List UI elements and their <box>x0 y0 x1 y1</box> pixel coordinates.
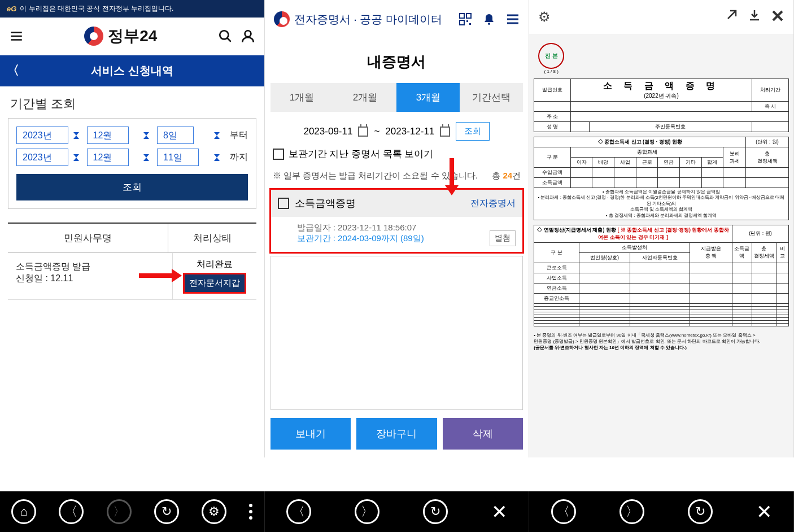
tilde: ~ <box>374 126 379 137</box>
share-icon[interactable] <box>726 9 738 21</box>
from-label: 부터 <box>230 129 248 141</box>
pane-document: ⚙ 진 본 ( 1 / 8 ) 발급번호 소 득 금 액 증 명(2022년 귀… <box>529 0 794 457</box>
svg-rect-3 <box>466 14 471 18</box>
arrow-annotation-icon <box>139 273 173 278</box>
nav-close-icon[interactable]: ✕ <box>491 500 507 523</box>
nav-back-icon[interactable]: 〈 <box>551 499 576 524</box>
user-icon[interactable] <box>241 29 255 43</box>
gear-icon[interactable]: ⚙ <box>538 9 551 25</box>
cart-button[interactable]: 장바구니 <box>356 418 437 450</box>
nav-back-icon[interactable]: 〈 <box>59 499 84 524</box>
logo[interactable]: 정부24 <box>84 25 157 47</box>
nav-back-icon[interactable]: 〈 <box>286 499 311 524</box>
gov-banner: eG 이 누리집은 대한민국 공식 전자정부 누리집입니다. <box>0 0 264 18</box>
svg-point-0 <box>220 30 228 39</box>
query-button[interactable]: 조회 <box>16 174 248 200</box>
list-empty-area <box>271 256 523 410</box>
doc-footnote: • 본 증명의 위·변조 여부는 발급일로부터 90일 이내「국세청 홈택스(w… <box>534 332 789 351</box>
svg-rect-2 <box>460 14 464 18</box>
header: 정부24 <box>0 18 264 55</box>
cert-item[interactable]: 소득금액증명 전자증명서 발급일자 : 2023-12-11 18:56:07 … <box>269 188 525 254</box>
gov-logo-icon <box>274 11 290 27</box>
nav-settings-icon[interactable]: ⚙ <box>202 499 226 524</box>
row-service-name: 소득금액증명 발급 <box>16 261 164 273</box>
banner-text: 이 누리집은 대한민국 공식 전자정부 누리집입니다. <box>20 4 173 14</box>
logo2[interactable]: 전자증명서 · 공공 마이데이터 <box>274 11 442 27</box>
nav-close-icon[interactable]: ✕ <box>756 500 772 523</box>
logo-text: 정부24 <box>108 25 157 47</box>
from-year-select[interactable]: 2023년 <box>16 127 68 144</box>
note-row: ※ 일부 증명서는 발급 처리기간이 소요될 수 있습니다. 총 24건 <box>265 166 529 186</box>
bell-icon[interactable] <box>482 12 496 26</box>
tab-3month[interactable]: 3개월 <box>396 83 460 112</box>
qr-icon[interactable] <box>459 12 472 26</box>
to-day-select[interactable]: 11일 <box>157 149 199 166</box>
nav-more-icon[interactable] <box>249 504 252 520</box>
eg-badge: eG <box>7 5 16 13</box>
checkbox-icon[interactable] <box>273 149 284 160</box>
arrow-annotation-icon <box>450 158 454 186</box>
back-icon[interactable]: 〈 <box>7 62 19 79</box>
date-range: 2023-09-11 ~ 2023-12-11 조회 <box>265 112 529 147</box>
calendar-icon[interactable] <box>358 127 368 137</box>
nav-forward-icon[interactable]: 〉 <box>107 499 132 524</box>
document-viewer[interactable]: 진 본 ( 1 / 8 ) 발급번호 소 득 금 액 증 명(2022년 귀속)… <box>529 34 793 457</box>
calendar-icon[interactable] <box>440 127 450 137</box>
delete-button[interactable]: 삭제 <box>443 418 523 450</box>
cert-name: 소득금액증명 <box>295 197 465 210</box>
svg-rect-4 <box>460 20 464 25</box>
nav-reload-icon[interactable]: ↻ <box>154 499 179 524</box>
tab-1month[interactable]: 1개월 <box>271 83 334 112</box>
note-text: ※ 일부 증명서는 발급 처리기간이 소요될 수 있습니다. <box>273 171 478 181</box>
pane-gov24: eG 이 누리집은 대한민국 공식 전자정부 누리집입니다. 정부24 〈 서비… <box>0 0 265 457</box>
pane-cert: 전자증명서 · 공공 마이데이터 내증명서 1개월 2개월 3개월 기간선택 2… <box>265 0 530 457</box>
logo2-text: 전자증명서 · 공공 마이데이터 <box>294 12 442 27</box>
tab-2month[interactable]: 2개월 <box>334 83 397 112</box>
range-query-button[interactable]: 조회 <box>456 122 490 141</box>
th-service: 민원사무명 <box>8 224 168 252</box>
nav-forward-icon[interactable]: 〉 <box>355 499 379 524</box>
send-button[interactable]: 보내기 <box>271 418 351 450</box>
search-icon[interactable] <box>218 29 233 43</box>
range-to: 2023-12-11 <box>385 126 434 137</box>
item-checkbox-icon[interactable] <box>278 198 289 209</box>
action-bar: 보내기 장바구니 삭제 <box>265 410 529 457</box>
to-year-select[interactable]: 2023년 <box>16 149 68 166</box>
nav-reload-icon[interactable]: ↻ <box>688 499 713 524</box>
doc-section1-table: ◇ 종합소득세 신고 (결정 · 경정) 현황(단위 : 원) 구 분종합과세분… <box>534 137 789 220</box>
total-count: 24 <box>503 171 513 180</box>
svg-rect-6 <box>469 23 471 25</box>
download-icon[interactable] <box>748 9 761 21</box>
attach-button[interactable]: 별첨 <box>490 230 516 246</box>
doc-section2-table: ◇ 연말정산(지급명세서 제출) 현황 [ ※ 종합소득세 신고 (결정·경정)… <box>534 225 789 326</box>
svg-rect-5 <box>466 20 468 22</box>
gov-logo-icon <box>84 27 103 46</box>
to-label: 까지 <box>230 151 248 163</box>
section-title: 기간별 조회 <box>0 86 264 118</box>
page-title-bar: 〈 서비스 신청내역 <box>0 55 264 86</box>
menu-icon[interactable] <box>9 29 24 43</box>
period-tabs: 1개월 2개월 3개월 기간선택 <box>271 83 523 112</box>
from-month-select[interactable]: 12월 <box>87 127 129 144</box>
doc-title: 소 득 금 액 증 명 <box>573 80 750 92</box>
table-header: 민원사무명 처리상태 <box>8 223 256 253</box>
expired-checkbox-row[interactable]: 보관기간 지난 증명서 목록 보이기 <box>265 147 529 166</box>
date-query-box: 2023년 12월 8일 부터 2023년 12월 11일 까지 조회 <box>8 118 256 209</box>
nav-forward-icon[interactable]: 〉 <box>620 499 644 524</box>
keep-period: 2024-03-09까지 (89일) <box>338 233 424 243</box>
range-from: 2023-09-11 <box>303 126 352 137</box>
header3: ⚙ <box>529 0 793 34</box>
cert-badge: 전자증명서 <box>470 198 516 210</box>
nav-home-icon[interactable]: ⌂ <box>11 499 36 524</box>
nav-bar: ⌂ 〈 〉 ↻ ⚙ 〈 〉 ↻ ✕ 〈 〉 ↻ ✕ <box>0 491 794 532</box>
svg-point-7 <box>488 23 490 25</box>
to-month-select[interactable]: 12월 <box>87 149 129 166</box>
wallet-button[interactable]: 전자문서지갑 <box>183 273 246 294</box>
nav-reload-icon[interactable]: ↻ <box>423 499 448 524</box>
menu-icon[interactable] <box>506 12 520 26</box>
doc-header-table: 발급번호 소 득 금 액 증 명(2022년 귀속) 처리기간 즉 시 주 소 … <box>534 79 789 132</box>
close-icon[interactable] <box>771 9 784 23</box>
tab-custom[interactable]: 기간선택 <box>460 83 523 112</box>
issued-date: 2023-12-11 18:56:07 <box>338 223 416 232</box>
from-day-select[interactable]: 8일 <box>157 127 194 144</box>
